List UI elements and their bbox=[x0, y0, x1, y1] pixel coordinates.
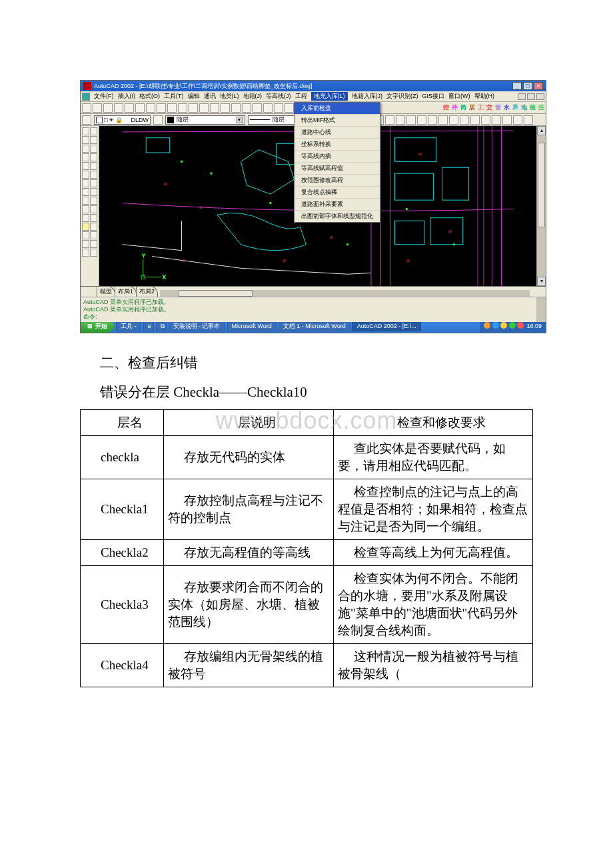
region-icon[interactable] bbox=[82, 240, 89, 248]
tool-icon[interactable] bbox=[513, 115, 522, 125]
chamfer-icon[interactable] bbox=[90, 231, 97, 239]
rotate-icon[interactable] bbox=[90, 179, 97, 187]
scroll-up-icon[interactable]: ▴ bbox=[537, 126, 546, 135]
zoom-window-icon[interactable] bbox=[253, 103, 262, 113]
taskbar-item[interactable]: 安装说明 - 记事本 bbox=[169, 321, 225, 331]
erase-icon[interactable] bbox=[90, 127, 97, 135]
tray-icon[interactable] bbox=[509, 322, 516, 329]
tab-model[interactable]: 模型 bbox=[97, 286, 115, 297]
dropdown-item[interactable]: 出图前部字体和线型规范化 bbox=[295, 211, 380, 222]
explode-icon[interactable] bbox=[90, 249, 97, 257]
child-min-icon[interactable] bbox=[518, 93, 526, 100]
menu-tools[interactable]: 工具(T) bbox=[164, 92, 184, 101]
layer-dropdown[interactable]: □ ☀ 🔒 DLDW bbox=[94, 115, 151, 125]
dropdown-item[interactable]: 道路面补采要素 bbox=[295, 199, 380, 211]
tool-icon[interactable] bbox=[438, 115, 448, 125]
linetype-dropdown[interactable]: 随层 bbox=[165, 115, 245, 125]
dropdown-item[interactable]: 坐标系转换 bbox=[295, 139, 380, 151]
tray-icon[interactable] bbox=[492, 322, 499, 329]
menu-ocr[interactable]: 文字识别(Z) bbox=[386, 92, 418, 101]
zoom-real-icon[interactable] bbox=[242, 103, 251, 113]
layer-prev-icon[interactable] bbox=[153, 115, 163, 125]
menu-file[interactable]: 文件(F) bbox=[94, 92, 114, 101]
vertical-scrollbar[interactable]: ▴ ▾ bbox=[536, 126, 546, 286]
taskbar-item[interactable]: e bbox=[143, 321, 154, 331]
help-icon[interactable] bbox=[231, 103, 241, 113]
break-icon[interactable] bbox=[90, 223, 97, 231]
offset-icon[interactable] bbox=[90, 153, 97, 161]
polygon-icon[interactable] bbox=[82, 153, 89, 161]
cut-icon[interactable] bbox=[146, 103, 155, 113]
horizontal-scrollbar[interactable] bbox=[160, 290, 530, 297]
menu-insert[interactable]: 插入(I) bbox=[118, 92, 136, 101]
menu-help[interactable]: 帮助(H) bbox=[474, 92, 495, 101]
close-icon[interactable]: × bbox=[534, 82, 543, 90]
copy-obj-icon[interactable] bbox=[90, 136, 97, 144]
arc-icon[interactable] bbox=[82, 171, 89, 179]
ellipse-icon[interactable] bbox=[82, 197, 89, 205]
array-icon[interactable] bbox=[90, 162, 97, 170]
insert-icon[interactable] bbox=[82, 205, 89, 213]
mirror-icon[interactable] bbox=[90, 145, 97, 153]
find-icon[interactable] bbox=[135, 103, 145, 113]
scroll-thumb[interactable] bbox=[538, 143, 545, 227]
dropdown-item[interactable]: 转出MIF格式 bbox=[295, 115, 380, 127]
menu-landtype[interactable]: 地类(L) bbox=[220, 92, 239, 101]
taskbar-item[interactable]: 文档 1 - Microsoft Word bbox=[279, 321, 350, 331]
tool-icon[interactable] bbox=[428, 115, 437, 125]
dropdown-item[interactable]: 入库前检查 bbox=[295, 103, 380, 115]
menu-cadastre[interactable]: 地籍(J) bbox=[243, 92, 263, 101]
menu-contour[interactable]: 等高线(J) bbox=[266, 92, 291, 101]
tool-icon[interactable] bbox=[417, 115, 426, 125]
open-icon[interactable] bbox=[93, 103, 102, 113]
child-close-icon[interactable] bbox=[536, 93, 544, 100]
extend-icon[interactable] bbox=[90, 214, 97, 222]
new-icon[interactable] bbox=[82, 103, 91, 113]
tool-icon[interactable] bbox=[470, 115, 480, 125]
dropdown-item[interactable]: 道路中心线 bbox=[295, 127, 380, 139]
pan-icon[interactable] bbox=[274, 103, 283, 113]
menu-window[interactable]: 窗口(W) bbox=[448, 92, 470, 101]
undo-icon[interactable] bbox=[189, 103, 198, 113]
tool-icon[interactable] bbox=[449, 115, 458, 125]
dropdown-item[interactable]: 等高线赋高程值 bbox=[295, 163, 380, 175]
tray-icon[interactable] bbox=[484, 322, 490, 329]
taskbar-item-active[interactable]: AutoCAD 2002 - [E:\... bbox=[352, 321, 421, 331]
taskbar-item[interactable]: ⧉ bbox=[156, 321, 167, 331]
hscroll-thumb[interactable] bbox=[179, 290, 253, 297]
trim-icon[interactable] bbox=[90, 205, 97, 213]
tool-icon[interactable] bbox=[524, 115, 533, 125]
tab-layout2[interactable]: 布局2 bbox=[136, 286, 158, 297]
tool-icon[interactable] bbox=[385, 115, 394, 125]
move-icon[interactable] bbox=[90, 171, 97, 179]
point-icon[interactable] bbox=[82, 223, 89, 231]
matchprop-icon[interactable] bbox=[178, 103, 187, 113]
block-icon[interactable] bbox=[82, 214, 89, 222]
scale-icon[interactable] bbox=[90, 188, 97, 196]
pline-icon[interactable] bbox=[82, 145, 89, 153]
scroll-down-icon[interactable]: ▾ bbox=[537, 277, 546, 286]
child-max-icon[interactable] bbox=[527, 93, 535, 100]
menu-format[interactable]: 格式(O) bbox=[139, 92, 160, 101]
stretch-icon[interactable] bbox=[90, 197, 97, 205]
hatch-icon[interactable] bbox=[82, 231, 89, 239]
a-icon[interactable] bbox=[285, 103, 294, 113]
designctr-icon[interactable] bbox=[210, 103, 219, 113]
zoom-prev-icon[interactable] bbox=[263, 103, 273, 113]
taskbar-item[interactable]: Microsoft Word bbox=[227, 321, 277, 331]
tool-icon[interactable] bbox=[460, 115, 469, 125]
minimize-icon[interactable]: _ bbox=[512, 82, 522, 90]
dropdown-arrow-icon[interactable] bbox=[237, 117, 243, 123]
ray-icon[interactable] bbox=[82, 136, 89, 144]
save-icon[interactable] bbox=[103, 103, 113, 113]
dropdown-item[interactable]: 复合线点抽稀 bbox=[295, 187, 380, 199]
print-icon[interactable] bbox=[114, 103, 123, 113]
layer-props-icon[interactable] bbox=[82, 115, 91, 125]
tool-icon[interactable] bbox=[492, 115, 501, 125]
taskbar-item[interactable]: 工具 - bbox=[116, 321, 141, 331]
tray-icon[interactable] bbox=[517, 322, 524, 329]
tool-icon[interactable] bbox=[406, 115, 416, 125]
spline-icon[interactable] bbox=[82, 188, 89, 196]
line-icon[interactable] bbox=[82, 127, 89, 135]
cmd-scrollbar[interactable] bbox=[536, 297, 546, 322]
